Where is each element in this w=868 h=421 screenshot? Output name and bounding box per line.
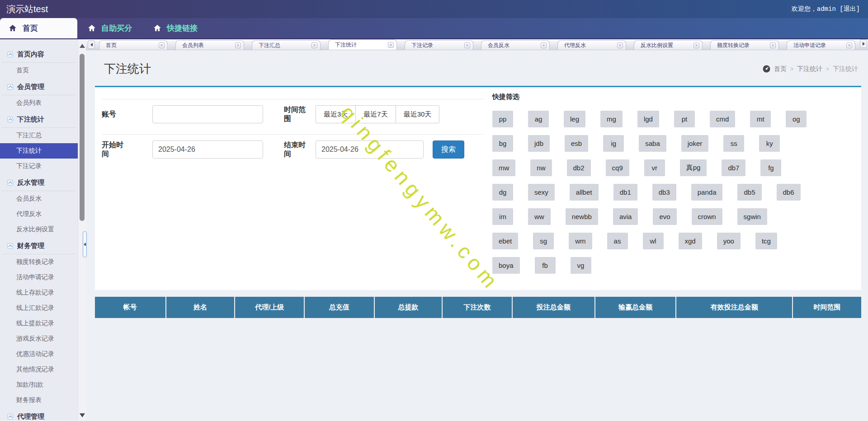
tab-close-icon[interactable]: ×: [464, 42, 470, 48]
sidebar-item-财务报表[interactable]: 财务报表: [0, 393, 78, 408]
tab-下注记录[interactable]: 下注记录×: [405, 40, 473, 50]
quick-filter-dg[interactable]: dg: [492, 184, 513, 201]
breadcrumb-level1[interactable]: 下注统计: [797, 65, 822, 73]
quick-filter-ag[interactable]: ag: [528, 111, 549, 127]
quick-filter-mw[interactable]: mw: [492, 159, 515, 176]
welcome-logout-text[interactable]: 欢迎您，admin [退出]: [792, 5, 860, 13]
sidebar-group-财务管理[interactable]: 财务管理: [2, 237, 76, 254]
sidebar-collapse-handle[interactable]: [83, 231, 87, 257]
quick-filter-allbet[interactable]: allbet: [570, 184, 599, 201]
tab-下注汇总[interactable]: 下注汇总×: [252, 40, 321, 50]
tab-close-icon[interactable]: ×: [235, 42, 241, 48]
quick-filter-fg[interactable]: fg: [760, 159, 781, 176]
quick-filter-db3[interactable]: db3: [652, 184, 676, 201]
quick-filter-sexy[interactable]: sexy: [528, 184, 555, 201]
quick-filter-cq9[interactable]: cq9: [606, 159, 629, 176]
quick-filter-pp[interactable]: pp: [492, 111, 513, 127]
quick-filter-db7[interactable]: db7: [722, 159, 745, 176]
sidebar-item-额度转换记录[interactable]: 额度转换记录: [0, 254, 78, 270]
tab-close-icon[interactable]: ×: [388, 42, 394, 48]
tab-代理反水[interactable]: 代理反水×: [557, 40, 626, 50]
sidebar-item-会员列表[interactable]: 会员列表: [0, 95, 78, 111]
quick-filter-nw[interactable]: nw: [530, 159, 552, 176]
quick-filter-im[interactable]: im: [492, 208, 513, 225]
quick-filter-as[interactable]: as: [607, 233, 628, 249]
sidebar-scrollbar[interactable]: [78, 39, 86, 420]
quick-filter-avia[interactable]: avia: [613, 208, 638, 225]
tab-额度转换记录[interactable]: 额度转换记录×: [710, 40, 779, 50]
sidebar-group-下注统计[interactable]: 下注统计: [2, 111, 76, 128]
tab-scroll-right-button[interactable]: [860, 39, 867, 48]
sidebar-item-优惠活动记录[interactable]: 优惠活动记录: [0, 346, 78, 362]
quick-filter-ss[interactable]: ss: [723, 135, 744, 152]
tab-会员列表[interactable]: 会员列表×: [175, 40, 244, 50]
quick-filter-jdb[interactable]: jdb: [528, 135, 550, 152]
sidebar-item-下注统计[interactable]: 下注统计: [0, 143, 78, 159]
quick-filter-tcg[interactable]: tcg: [755, 233, 777, 249]
quick-filter-ww[interactable]: ww: [528, 208, 551, 225]
tab-close-icon[interactable]: ×: [617, 42, 623, 48]
tab-活动申请记录[interactable]: 活动申请记录×: [787, 40, 855, 50]
start-time-input[interactable]: [152, 140, 263, 159]
quick-filter-og[interactable]: og: [786, 111, 807, 127]
quick-filter-fb[interactable]: fb: [535, 257, 556, 274]
quick-filter-yoo[interactable]: yoo: [717, 233, 741, 249]
scroll-down-arrow-icon[interactable]: [80, 413, 85, 417]
quick-filter-xgd[interactable]: xgd: [679, 233, 702, 249]
quick-filter-sg[interactable]: sg: [533, 233, 554, 249]
sidebar-item-活动申请记录[interactable]: 活动申请记录: [0, 270, 78, 285]
quick-filter-db6[interactable]: db6: [777, 184, 801, 201]
quick-filter-newbb[interactable]: newbb: [566, 208, 598, 225]
quick-filter-esb[interactable]: esb: [565, 135, 588, 152]
quick-filter-ky[interactable]: ky: [759, 135, 780, 152]
sidebar-group-代理管理[interactable]: 代理管理: [2, 408, 76, 420]
sidebar-item-首页[interactable]: 首页: [0, 63, 78, 78]
nav-item-自助买分[interactable]: 自助买分: [77, 23, 143, 33]
tab-close-icon[interactable]: ×: [541, 42, 547, 48]
scrollbar-thumb[interactable]: [80, 54, 85, 221]
breadcrumb-home[interactable]: 首页: [774, 65, 787, 73]
sidebar-item-线上汇款记录[interactable]: 线上汇款记录: [0, 300, 78, 316]
quick-filter-panda[interactable]: panda: [691, 184, 723, 201]
quick-filter-ebet[interactable]: ebet: [492, 233, 518, 249]
quick-filter-sgwin[interactable]: sgwin: [737, 208, 767, 225]
sidebar-item-下注记录[interactable]: 下注记录: [0, 159, 78, 174]
tab-close-icon[interactable]: ×: [770, 42, 776, 48]
tab-scroll-left-button[interactable]: [88, 40, 95, 49]
sidebar-group-反水管理[interactable]: 反水管理: [2, 174, 76, 191]
sidebar-item-线上提款记录[interactable]: 线上提款记录: [0, 316, 78, 331]
quick-filter-boya[interactable]: boya: [492, 257, 520, 274]
quick-filter-crown[interactable]: crown: [692, 208, 722, 225]
range-button-最近3天[interactable]: 最近3天: [316, 105, 356, 123]
quick-filter-bg[interactable]: bg: [492, 135, 513, 152]
quick-filter-mg[interactable]: mg: [600, 111, 623, 127]
tab-反水比例设置[interactable]: 反水比例设置×: [634, 40, 703, 50]
nav-item-快捷链接[interactable]: 快捷链接: [143, 23, 208, 33]
quick-filter-wm[interactable]: wm: [569, 233, 592, 249]
tab-首页[interactable]: 首页×: [99, 40, 168, 50]
quick-filter-db1[interactable]: db1: [613, 184, 637, 201]
sidebar-group-首页内容[interactable]: 首页内容: [2, 46, 76, 63]
sidebar-item-线上存款记录[interactable]: 线上存款记录: [0, 285, 78, 300]
sidebar-item-反水比例设置[interactable]: 反水比例设置: [0, 222, 78, 237]
tab-close-icon[interactable]: ×: [693, 42, 699, 48]
quick-filter-vg[interactable]: vg: [571, 257, 591, 274]
quick-filter-evo[interactable]: evo: [653, 208, 676, 225]
range-button-最近7天[interactable]: 最近7天: [355, 105, 396, 123]
quick-filter-lgd[interactable]: lgd: [637, 111, 659, 127]
quick-filter-cmd[interactable]: cmd: [710, 111, 735, 127]
tab-close-icon[interactable]: ×: [311, 42, 317, 48]
quick-filter-joker[interactable]: joker: [681, 135, 709, 152]
quick-filter-vr[interactable]: vr: [644, 159, 665, 176]
tab-close-icon[interactable]: ×: [159, 42, 165, 48]
quick-filter-pt[interactable]: pt: [674, 111, 695, 127]
quick-filter-leg[interactable]: leg: [564, 111, 585, 127]
quick-filter-真pg[interactable]: 真pg: [680, 159, 707, 176]
quick-filter-saba[interactable]: saba: [639, 135, 666, 152]
sidebar-item-代理反水[interactable]: 代理反水: [0, 206, 78, 222]
quick-filter-ig[interactable]: ig: [603, 135, 624, 152]
search-button[interactable]: 搜索: [433, 140, 464, 159]
scroll-up-arrow-icon[interactable]: [80, 44, 85, 48]
tab-会员反水[interactable]: 会员反水×: [481, 40, 550, 50]
quick-filter-mt[interactable]: mt: [750, 111, 771, 127]
